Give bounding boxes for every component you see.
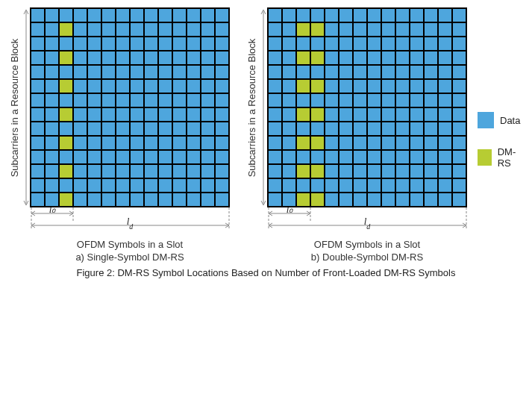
data-cell xyxy=(87,178,101,193)
data-cell xyxy=(215,65,229,79)
data-cell xyxy=(116,193,130,207)
data-cell xyxy=(296,122,310,136)
data-cell xyxy=(410,37,424,51)
data-cell xyxy=(339,150,353,164)
data-cell xyxy=(101,8,116,22)
data-cell xyxy=(116,37,130,51)
data-cell xyxy=(325,193,339,207)
dmrs-cell xyxy=(59,22,73,37)
dmrs-cell xyxy=(310,22,325,37)
data-cell xyxy=(395,22,410,37)
y-axis-arrow xyxy=(22,8,30,207)
data-cell xyxy=(144,51,158,65)
data-cell xyxy=(339,164,353,178)
data-cell xyxy=(367,8,381,22)
data-cell xyxy=(101,164,116,178)
data-cell xyxy=(424,51,438,65)
data-cell xyxy=(353,93,367,107)
data-cell xyxy=(381,150,395,164)
data-cell xyxy=(201,79,215,93)
data-cell xyxy=(268,22,282,37)
data-cell xyxy=(130,164,144,178)
data-cell xyxy=(438,79,452,93)
data-cell xyxy=(158,122,172,136)
data-cell xyxy=(339,65,353,79)
data-cell xyxy=(172,8,187,22)
data-cell xyxy=(310,37,325,51)
dmrs-cell xyxy=(296,164,310,178)
data-cell xyxy=(45,65,59,79)
data-cell xyxy=(172,51,187,65)
data-cell xyxy=(116,122,130,136)
data-cell xyxy=(438,65,452,79)
data-cell xyxy=(325,79,339,93)
data-cell xyxy=(31,79,45,93)
data-cell xyxy=(353,22,367,37)
data-cell xyxy=(101,51,116,65)
data-cell xyxy=(59,178,73,193)
data-cell xyxy=(381,122,395,136)
figure-caption: Figure 2: DM-RS Symbol Locations Based o… xyxy=(7,267,525,278)
data-cell xyxy=(410,150,424,164)
data-cell xyxy=(367,193,381,207)
data-cell xyxy=(395,136,410,150)
data-cell xyxy=(339,178,353,193)
data-cell xyxy=(31,136,45,150)
x-axis-label-a: OFDM Symbols in a Slot xyxy=(31,239,229,250)
figure: Subcarriers in a Resource Block l₀ld OFD… xyxy=(7,7,525,263)
resource-grid-b xyxy=(267,7,467,207)
data-cell xyxy=(31,178,45,193)
data-cell xyxy=(367,107,381,122)
svg-text:l₀: l₀ xyxy=(49,207,57,215)
data-cell xyxy=(45,164,59,178)
data-cell xyxy=(282,37,296,51)
data-cell xyxy=(101,178,116,193)
data-cell xyxy=(144,22,158,37)
data-cell xyxy=(367,79,381,93)
dmrs-cell xyxy=(310,79,325,93)
data-cell xyxy=(144,164,158,178)
data-cell xyxy=(452,178,466,193)
data-cell xyxy=(339,79,353,93)
data-cell xyxy=(172,136,187,150)
data-cell xyxy=(339,37,353,51)
data-cell xyxy=(144,65,158,79)
data-cell xyxy=(101,37,116,51)
data-cell xyxy=(172,79,187,93)
data-cell xyxy=(187,164,201,178)
data-cell xyxy=(158,8,172,22)
data-cell xyxy=(73,37,87,51)
data-cell xyxy=(268,193,282,207)
data-cell xyxy=(87,37,101,51)
data-cell xyxy=(59,8,73,22)
data-cell xyxy=(424,136,438,150)
data-cell xyxy=(367,37,381,51)
data-cell xyxy=(395,8,410,22)
data-cell xyxy=(353,178,367,193)
dmrs-cell xyxy=(296,79,310,93)
data-cell xyxy=(87,93,101,107)
data-cell xyxy=(367,122,381,136)
data-cell xyxy=(87,65,101,79)
data-cell xyxy=(438,164,452,178)
data-cell xyxy=(144,37,158,51)
data-cell xyxy=(130,107,144,122)
data-cell xyxy=(130,150,144,164)
data-cell xyxy=(201,51,215,65)
data-cell xyxy=(201,122,215,136)
data-cell xyxy=(130,122,144,136)
data-cell xyxy=(367,65,381,79)
data-cell xyxy=(101,65,116,79)
data-cell xyxy=(201,150,215,164)
data-cell xyxy=(424,93,438,107)
data-cell xyxy=(158,107,172,122)
data-cell xyxy=(172,37,187,51)
data-cell xyxy=(325,164,339,178)
data-cell xyxy=(325,150,339,164)
data-cell xyxy=(353,51,367,65)
data-cell xyxy=(73,65,87,79)
data-cell xyxy=(395,164,410,178)
data-cell xyxy=(201,164,215,178)
data-cell xyxy=(339,122,353,136)
data-cell xyxy=(325,22,339,37)
